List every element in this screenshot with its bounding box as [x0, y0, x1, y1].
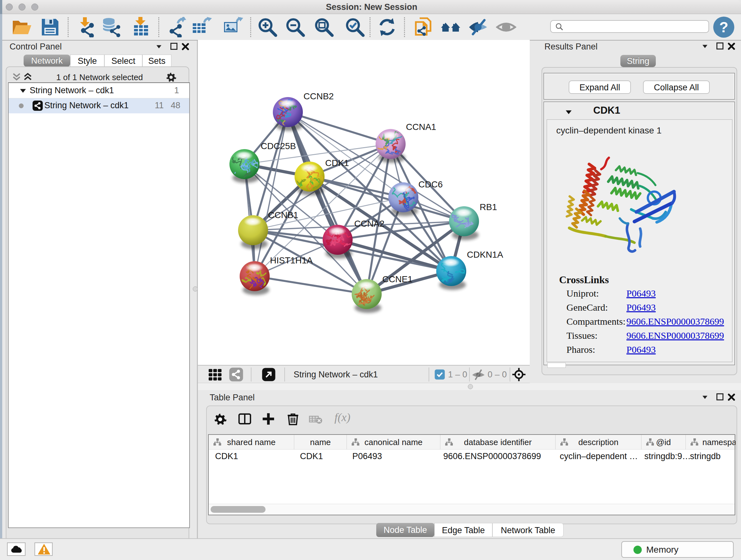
svg-text:HIST1H1A: HIST1H1A: [270, 255, 313, 265]
svg-text:CCNE1: CCNE1: [382, 274, 413, 284]
svg-text:CCNB1: CCNB1: [268, 210, 298, 220]
svg-text:CDKN1A: CDKN1A: [467, 250, 503, 260]
svg-text:RB1: RB1: [480, 202, 497, 212]
svg-text:CCNA2: CCNA2: [354, 219, 385, 229]
svg-text:CDC25B: CDC25B: [261, 141, 296, 151]
svg-text:CDC6: CDC6: [418, 179, 443, 189]
svg-text:CDK1: CDK1: [325, 158, 349, 168]
svg-text:CCNB2: CCNB2: [304, 91, 334, 101]
svg-text:CCNA1: CCNA1: [406, 122, 436, 132]
